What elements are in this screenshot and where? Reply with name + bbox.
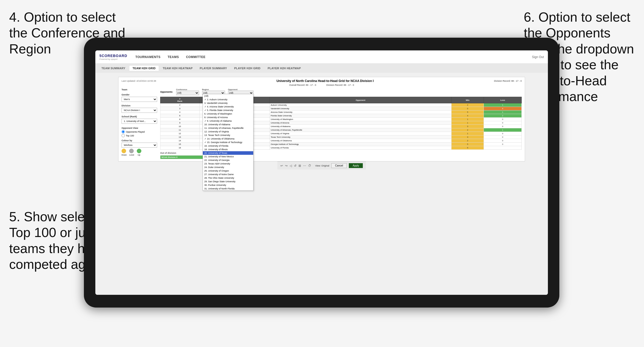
dropdown-item-2[interactable]: 2. Auburn University xyxy=(203,98,253,101)
dropdown-item-29[interactable]: 29. San Diego State University xyxy=(203,180,253,183)
dropdown-item-28[interactable]: 28. The Ohio State University xyxy=(203,176,253,180)
col-loss: Loss xyxy=(484,97,522,103)
dot-level: Level xyxy=(129,149,134,156)
dropdown-item-11[interactable]: 11. University of Arkansas, Fayetteville xyxy=(203,126,253,130)
refresh-icon[interactable]: ↺ xyxy=(294,164,296,168)
school-dropdown[interactable]: 1. University of Nort... xyxy=(122,119,157,124)
filter-row: Opponents: Conference (All) Region ( xyxy=(160,88,522,95)
tablet-screen: 5COREBOARD Powered by opsport TOURNAMENT… xyxy=(95,50,548,295)
opponent-view-label: Opponent View xyxy=(122,127,157,129)
subnav-team-summary[interactable]: TEAM SUMMARY xyxy=(98,66,128,71)
opponent-dropdown-overlay: (All) 2. Auburn University 3. Vanderbilt… xyxy=(203,94,253,191)
subnav: TEAM SUMMARY TEAM H2H GRID TEAM H2H HEAT… xyxy=(95,64,548,73)
team-label: Team xyxy=(122,88,157,91)
apply-button[interactable]: Apply xyxy=(349,163,363,168)
dot-up: Up xyxy=(137,149,141,156)
dropdown-item-6[interactable]: 6. University of Washington xyxy=(203,112,253,116)
gender-dropdown[interactable]: Men's xyxy=(122,97,157,102)
subnav-team-h2h-heatmap[interactable]: TEAM H2H HEATMAP xyxy=(160,66,196,71)
subnav-team-h2h-grid[interactable]: TEAM H2H GRID xyxy=(129,66,159,71)
subnav-player-h2h-heatmap[interactable]: PLAYER H2H HEATMAP xyxy=(265,66,304,71)
conference-label: Conference xyxy=(176,88,199,91)
dropdown-item-22[interactable]: 22. University of Georgia xyxy=(203,158,253,162)
cancel-button[interactable]: Cancel xyxy=(331,163,347,168)
last-updated: Last Updated: 4/10/2024 16:55:38 xyxy=(122,80,156,82)
division-dropdown[interactable]: NCAA Division I xyxy=(122,108,157,113)
dropdown-item-3[interactable]: 3. Vanderbilt University xyxy=(203,101,253,105)
content-area: Team Gender Men's Division NCAA Division… xyxy=(122,88,522,159)
opponent-view-section: Opponent View Opponents Played Top 100 xyxy=(122,127,157,137)
nav-items: TOURNAMENTS TEAMS COMMITTEE xyxy=(136,55,524,59)
col-rank: #Rank xyxy=(160,97,200,103)
more-icon[interactable]: ⋯ xyxy=(303,164,306,168)
division-label: Division xyxy=(122,104,157,107)
table-area: Opponents: Conference (All) Region ( xyxy=(160,88,522,159)
dropdown-item-9[interactable]: 9. University of Alabama xyxy=(203,119,253,123)
top-100-radio[interactable]: Top 100 xyxy=(122,134,157,137)
nav-committee[interactable]: COMMITTEE xyxy=(186,55,206,59)
redo-icon[interactable]: ↪ xyxy=(285,164,288,168)
overall-record: Overall Record: 89 - 17 - 0 xyxy=(289,84,316,86)
view-label: View: Original xyxy=(315,164,329,167)
col-opponent: Opponent xyxy=(269,97,452,103)
nav-tournaments[interactable]: TOURNAMENTS xyxy=(136,55,161,59)
dropdown-item-21[interactable]: 21. University of New Mexico xyxy=(203,155,253,158)
dot-down: Down xyxy=(122,149,127,156)
conference-select[interactable]: (All) xyxy=(176,91,199,95)
opponent-label: Opponent xyxy=(228,88,253,91)
dropdown-item-25[interactable]: 25. University of Oregon xyxy=(203,169,253,173)
dropdown-item-27[interactable]: 27. University of Notre Dame xyxy=(203,173,253,176)
dropdown-item-24[interactable]: 24. Duke University xyxy=(203,165,253,169)
opponents-label: Opponents: xyxy=(160,91,173,93)
navbar: 5COREBOARD Powered by opsport TOURNAMENT… xyxy=(95,50,548,64)
main-content: Last Updated: 4/10/2024 16:55:38 Univers… xyxy=(95,73,548,295)
dropdown-item-20[interactable]: 20. University of Texas xyxy=(203,151,253,155)
dropdown-item-30[interactable]: 30. Purdue University xyxy=(203,183,253,187)
col-win: Win xyxy=(452,97,484,103)
colour-by-label: Colour by xyxy=(122,139,157,142)
school-label: School (Rank) xyxy=(122,115,157,118)
logo: 5COREBOARD Powered by opsport xyxy=(99,53,127,60)
dropdown-item-16[interactable]: 16. University of Florida xyxy=(203,144,253,148)
dropdown-item-12[interactable]: 12. University of Virginia xyxy=(203,130,253,133)
back-icon[interactable]: ◁ xyxy=(290,164,292,168)
sign-out-link[interactable]: Sign Out xyxy=(532,55,544,59)
report-title: University of North Carolina Head-to-Hea… xyxy=(156,79,494,83)
dropdown-item-23[interactable]: 23. Texas A&M University xyxy=(203,162,253,165)
subnav-player-h2h-grid[interactable]: PLAYER H2H GRID xyxy=(231,66,264,71)
left-panel: Team Gender Men's Division NCAA Division… xyxy=(122,88,157,159)
division-record-2: Division Record: 88 - 17 - 0 xyxy=(326,84,354,86)
dropdown-item-all[interactable]: (All) xyxy=(203,94,253,98)
division-record: Division Record: 88 - 17 - 0 xyxy=(494,80,522,82)
dropdown-item-5[interactable]: 5. Florida State University xyxy=(203,108,253,112)
region-label: Region xyxy=(202,88,225,91)
dropdown-item-8[interactable]: 8. University of Arizona xyxy=(203,116,253,119)
clock-icon[interactable]: ⏱ xyxy=(308,164,311,168)
bottom-buttons: Cancel Apply xyxy=(331,163,363,168)
toolbar: ↩ ↪ ◁ ↺ ⊞ ⋯ ⏱ View: Original Cancel Appl… xyxy=(277,161,366,170)
undo-icon[interactable]: ↩ xyxy=(280,164,283,168)
colour-dots: Down Level Up xyxy=(122,149,157,156)
opponent-played-radio[interactable]: Opponents Played xyxy=(122,130,157,133)
gender-label: Gender xyxy=(122,93,157,96)
subnav-player-summary[interactable]: PLAYER SUMMARY xyxy=(197,66,230,71)
tablet-frame: 5COREBOARD Powered by opsport TOURNAMENT… xyxy=(84,38,559,308)
colour-by-dropdown[interactable]: Win/loss xyxy=(122,143,157,148)
dropdown-item-13[interactable]: 13. Texas Tech University xyxy=(203,133,253,137)
dropdown-item-4[interactable]: 4. Arizona State University xyxy=(203,105,253,108)
dropdown-item-15[interactable]: 15. Georgia Institute of Technology xyxy=(203,141,253,144)
copy-icon[interactable]: ⊞ xyxy=(298,164,301,168)
colour-section: Colour by Win/loss Down xyxy=(122,139,157,156)
dropdown-item-18[interactable]: 18. University of Illinois xyxy=(203,148,253,151)
dropdown-item-10[interactable]: 10. University of Alabama xyxy=(203,123,253,126)
report-card: Last Updated: 4/10/2024 16:55:38 Univers… xyxy=(118,77,525,161)
nav-teams[interactable]: TEAMS xyxy=(168,55,179,59)
dropdown-item-31[interactable]: 31. University of North Florida xyxy=(203,187,253,190)
dropdown-item-14[interactable]: 14. University of Oklahoma xyxy=(203,137,253,141)
